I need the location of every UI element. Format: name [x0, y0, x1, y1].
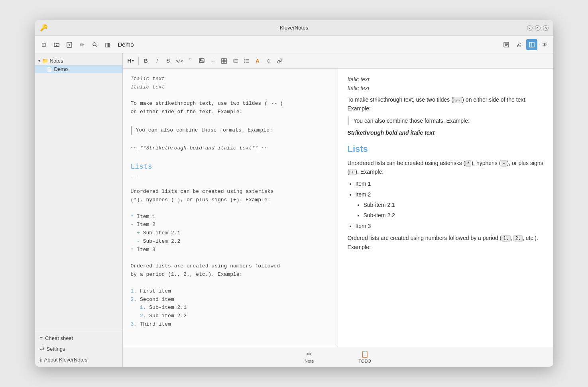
heading-selector[interactable]: H ▾: [125, 56, 136, 66]
window-controls: ∨ ∧ ✕: [527, 25, 549, 31]
preview-strike-bold-italic: Strikethrough bold and italic text: [348, 128, 544, 137]
emoji-button[interactable]: ☺: [264, 56, 274, 66]
blockquote-button[interactable]: ": [185, 56, 196, 66]
split-view-button[interactable]: [526, 39, 537, 50]
app-icon: 🔑: [40, 24, 48, 31]
editor-line: Unordered lists can be created using ast…: [131, 188, 330, 196]
main-toolbar: ⊡ ✏ ◨ Demo: [35, 36, 553, 53]
tree-arrow-notes: ▾: [38, 59, 40, 63]
note-tab-label: Note: [305, 359, 314, 363]
bold-button[interactable]: B: [141, 56, 151, 66]
notes-label: Notes: [50, 58, 63, 64]
new-folder-button[interactable]: [51, 39, 62, 50]
editor-line: on either side of the text. Example:: [131, 108, 330, 116]
print-button[interactable]: 🖨: [513, 39, 525, 50]
settings-label: Settings: [47, 346, 65, 352]
editor-pane[interactable]: Italic text Italic text To make striketh…: [123, 69, 338, 347]
two-code: 2.: [513, 235, 522, 242]
editor-line: To make strikethrough text, use two tild…: [131, 100, 330, 108]
cheat-sheet-icon: ≡: [40, 335, 43, 341]
editor-heading-underline: ---: [131, 173, 330, 180]
edit-button[interactable]: ✏: [77, 39, 88, 50]
preview-button[interactable]: 👁: [539, 39, 550, 50]
sidebar-item-notes[interactable]: ▾ 📁 Notes: [35, 57, 122, 65]
preview-italic-2: Italic text: [348, 84, 544, 92]
cheat-sheet-item[interactable]: ≡ Cheat sheet: [35, 333, 122, 344]
svg-line-6: [96, 45, 97, 47]
heading-label: H: [128, 58, 131, 64]
collapse-button[interactable]: ◨: [102, 39, 113, 50]
format-toolbar: H ▾ B I S </> " ↔: [123, 53, 553, 69]
editor-line: (*), hyphens (-), or plus signs (+). Exa…: [131, 196, 330, 204]
view-text-button[interactable]: [501, 39, 512, 50]
demo-label: Demo: [54, 66, 68, 72]
titlebar: 🔑 KleverNotes ∨ ∧ ✕: [35, 20, 553, 36]
maximize-button[interactable]: ∧: [535, 25, 541, 31]
list-item: Sub-item 2.1: [364, 200, 544, 209]
internal-link-button[interactable]: ↔: [208, 56, 218, 66]
link-button[interactable]: [275, 56, 285, 66]
content-area: H ▾ B I S </> " ↔: [123, 53, 553, 367]
editor-line: Ordered lists are created using numbers …: [131, 262, 330, 271]
about-icon: ℹ: [40, 357, 42, 363]
tilde-code: ~~: [453, 97, 462, 103]
editor-preview-split: Italic text Italic text To make striketh…: [123, 69, 553, 347]
sidebar-tree: ▾ 📁 Notes 📄 Demo: [35, 53, 122, 331]
preview-unordered-list: Item 1 Item 2 Sub-item 2.1 Sub-item 2.2 …: [356, 179, 544, 230]
editor-line: [131, 254, 330, 263]
editor-list-item: 3. Third item: [131, 320, 330, 329]
list-item: Sub-item 2.2: [364, 211, 544, 220]
window-title: KleverNotes: [280, 25, 308, 31]
unordered-list-button[interactable]: [241, 56, 252, 66]
note-icon: 📄: [46, 66, 53, 72]
editor-list-item: 1. First item: [131, 287, 330, 296]
ordered-list-button[interactable]: 1 2 3: [230, 56, 240, 66]
bottom-bar: ✏ Note 📋 TODO: [123, 347, 553, 367]
strike-text: Strikethrough bold and italic text: [348, 130, 435, 136]
new-note-button[interactable]: [64, 39, 75, 50]
search-button[interactable]: [89, 39, 100, 50]
sidebar-toggle-button[interactable]: ⊡: [38, 39, 49, 50]
preview-pane: Italic text Italic text To make striketh…: [338, 69, 553, 347]
editor-line: [131, 204, 330, 213]
editor-line: [131, 179, 330, 188]
italic-button[interactable]: I: [152, 56, 162, 66]
toolbar-right: 🖨 👁: [501, 39, 550, 50]
sidebar-item-demo[interactable]: 📄 Demo: [35, 65, 122, 73]
editor-line: [131, 116, 330, 125]
preview-blockquote: You can also combine those formats. Exam…: [354, 116, 544, 125]
separator-1: [138, 57, 139, 65]
svg-rect-15: [222, 59, 226, 63]
editor-line: [131, 136, 330, 145]
note-tab[interactable]: ✏ Note: [298, 348, 320, 366]
preview-strikethrough-intro: To make strikethrough text, use two tild…: [348, 95, 544, 113]
settings-item[interactable]: ⇄ Settings: [35, 344, 122, 354]
strikethrough-button[interactable]: S: [163, 56, 173, 66]
highlight-button[interactable]: A: [252, 56, 263, 66]
close-button[interactable]: ✕: [543, 25, 549, 31]
minimize-button[interactable]: ∨: [527, 25, 533, 31]
preview-heading-lists: Lists: [348, 142, 544, 156]
about-label: About KleverNotes: [44, 357, 87, 363]
editor-line: Italic text: [131, 75, 330, 83]
editor-line: [131, 92, 330, 100]
preview-italic-1: Italic text: [348, 75, 544, 84]
image-button[interactable]: [197, 56, 207, 66]
svg-point-31: [244, 62, 245, 63]
about-item[interactable]: ℹ About KleverNotes: [35, 354, 122, 365]
editor-list-item: 1. Sub-item 2.1: [131, 304, 330, 312]
editor-line: [131, 279, 330, 287]
table-button[interactable]: [219, 56, 229, 66]
svg-text:3: 3: [233, 61, 234, 63]
editor-line: Italic text: [131, 83, 330, 92]
editor-list-item: + Sub-item 2.1: [131, 229, 330, 238]
svg-point-5: [93, 43, 96, 46]
code-button[interactable]: </>: [174, 56, 185, 66]
note-title: Demo: [118, 41, 134, 48]
list-item: Item 2 Sub-item 2.1 Sub-item 2.2: [356, 190, 544, 220]
list-item: Item 1: [356, 179, 544, 188]
todo-tab[interactable]: 📋 TODO: [352, 348, 378, 366]
sidebar-bottom: ≡ Cheat sheet ⇄ Settings ℹ About KleverN…: [35, 331, 122, 367]
hyphen-code: -: [501, 160, 507, 167]
editor-line: by a period (1., 2., etc.). Example:: [131, 271, 330, 279]
